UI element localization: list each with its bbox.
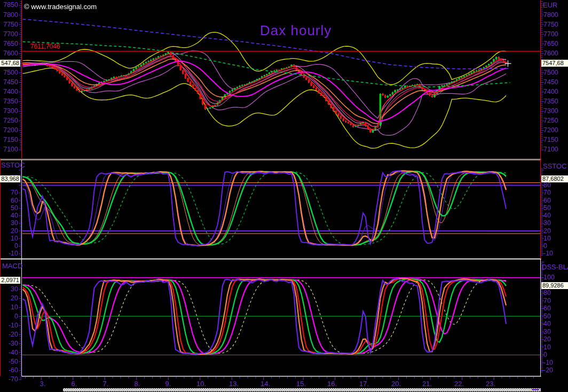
price-axis-label-right: 7150 [543,136,567,143]
price-axis-label-right: 7650 [543,40,567,47]
macd-axis-label-left: 20 [0,294,18,302]
x-axis-date-label: 9. [159,380,177,388]
price-axis-label-left: 7100 [0,146,18,153]
x-axis-date-label: 16. [323,380,341,388]
macd-axis-label-left: -30 [0,340,18,347]
price-axis-label-left: 7350 [0,98,18,105]
price-axis-label-right: 7300 [543,107,567,115]
last-price-box-right: 7547,68 [541,60,568,67]
copyright-watermark: © www.tradesignal.com [24,3,97,11]
currency-axis-label: EUR [543,1,557,9]
price-axis-label-left: 7200 [0,126,18,134]
sstoc-axis-label-right: 10 [543,235,567,242]
dss-blau-panel-label-right: DSS-BLAU [542,263,568,271]
x-axis-date-label: 21. [418,380,436,388]
sstoc-axis-label-right: 0 [543,242,567,250]
last-price-box-left: 547,68 [0,60,20,67]
macd-axis-label-left: -10 [0,322,18,329]
price-level-label: 7611,7046 [30,43,60,50]
scrollbar-thumb[interactable] [532,389,539,390]
price-axis-label-left: 7800 [0,11,18,19]
macd-axis-label-left: -50 [0,358,18,365]
price-axis-label-right: 7250 [543,117,567,124]
price-axis-label-right: 7400 [543,88,567,95]
macd-axis-label-left: 0 [0,313,18,320]
sstoc-axis-label-right: 60 [543,197,567,204]
sstoc-axis-label-right: 50 [543,204,567,212]
x-axis-date-label: 8. [128,380,146,388]
price-axis-label-left: 7500 [0,69,18,76]
sstoc-axis-label-right: 70 [543,189,567,196]
x-axis-date-label: 15. [292,380,310,388]
x-axis-date-label: 23. [482,380,500,388]
dss-axis-label-right: 10 [543,343,567,351]
sstoc-panel-label-right: SSTOC [543,162,567,170]
price-axis-label-left: 7700 [0,30,18,38]
price-axis-label-left: 7400 [0,88,18,95]
x-axis-date-label: 13. [225,380,243,388]
x-axis-date-label: 10. [192,380,210,388]
dss-axis-label-right: 50 [543,313,567,320]
dss-axis-label-right: 100 [543,274,567,281]
chart-canvas[interactable] [0,0,568,392]
sstoc-axis-label-left: 10 [0,235,18,242]
dss-axis-label-right: -10 [543,359,567,366]
x-axis-date-label: 6. [65,380,83,388]
sstoc-axis-label-left: -10 [0,250,18,257]
x-axis-date-label: 17. [355,380,373,388]
chart-title: Dax hourly [260,22,332,39]
sstoc-axis-label-left: 30 [0,219,18,227]
dss-axis-label-right: 60 [543,305,567,312]
price-axis-label-left: 7150 [0,136,18,143]
macd-axis-label-left: 10 [0,303,18,311]
price-axis-label-right: 7200 [543,126,567,134]
dss-axis-label-right: 80 [543,289,567,297]
sstoc-panel-label-left: SSTOC [1,161,25,169]
price-axis-label-right: 7750 [543,21,567,28]
dss-axis-label-right: 0 [543,351,567,358]
sstoc-value-box-left: 83,968 [0,175,20,182]
macd-axis-label-left: -70 [0,375,18,383]
price-axis-label-left: 7750 [0,21,18,28]
sstoc-axis-label-left: 70 [0,189,18,196]
sstoc-axis-label-right: 20 [543,227,567,235]
sstoc-axis-label-right: 40 [543,212,567,219]
dss-axis-label-right: 70 [543,297,567,305]
dss-axis-label-right: 40 [543,320,567,327]
macd-axis-label-left: -40 [0,349,18,356]
price-axis-label-right: 7700 [543,30,567,38]
price-axis-label-left: 7650 [0,40,18,47]
macd-panel-label-left: MACD [2,262,22,270]
price-axis-label-left: 7300 [0,107,18,115]
sstoc-axis-label-right: -10 [543,250,567,257]
macd-axis-label-left: -20 [0,331,18,338]
sstoc-axis-label-left: 50 [0,204,18,212]
dss-axis-label-right: -20 [543,366,567,374]
macd-value-box-left: 2,0971 [0,277,20,284]
sstoc-axis-label-right: 30 [543,219,567,227]
price-axis-label-right: 7450 [543,78,567,86]
dss-axis-label-right: 20 [543,335,567,343]
price-axis-label-right: 7500 [543,69,567,76]
macd-axis-label-left: 30 [0,285,18,293]
x-axis-date-label: 20. [387,380,405,388]
macd-axis-label-left: -60 [0,366,18,374]
x-axis-date-label: 14. [256,380,274,388]
sstoc-axis-label-left: 40 [0,212,18,219]
price-axis-label-right: 7100 [543,146,567,153]
price-axis-label-left: 7600 [0,50,18,57]
price-axis-label-left: 7850 [0,1,18,9]
x-axis-date-label: 3. [34,380,52,388]
price-axis-label-left: 7250 [0,117,18,124]
price-axis-label-left: 7450 [0,78,18,86]
sstoc-axis-label-left: 20 [0,227,18,235]
sstoc-value-box-right: 87,6802 [541,175,568,182]
sstoc-axis-label-left: 0 [0,242,18,250]
price-axis-label-right: 7800 [543,11,567,19]
sstoc-axis-label-left: 60 [0,197,18,204]
dss-value-box-right: 89,9286 [541,282,568,289]
dss-axis-label-right: 30 [543,328,567,335]
x-axis-date-label: 7. [97,380,115,388]
x-axis-date-label: 22. [450,380,468,388]
scrollbar-track[interactable] [63,388,541,391]
